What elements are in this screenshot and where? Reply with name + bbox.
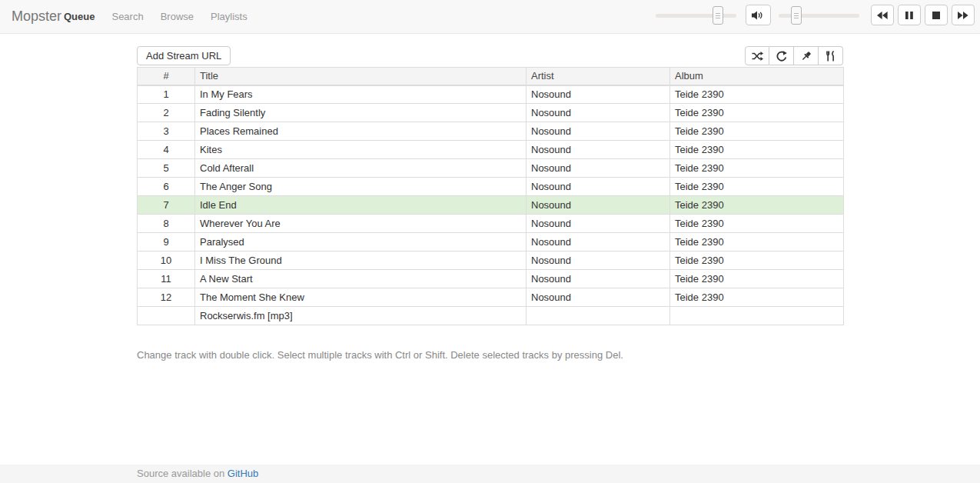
queue-track-row[interactable]: Rockserwis.fm [mp3] xyxy=(138,307,844,325)
pause-button[interactable] xyxy=(898,5,921,25)
track-artist xyxy=(527,307,670,325)
queue-track-row[interactable]: 5 Cold Afterall Nosound Teide 2390 xyxy=(138,159,844,178)
track-album: Teide 2390 xyxy=(670,288,844,307)
nav-item-search[interactable]: Search xyxy=(103,0,151,33)
track-album: Teide 2390 xyxy=(670,122,844,141)
track-artist: Nosound xyxy=(527,141,670,159)
pause-icon xyxy=(905,12,913,19)
track-title: I Miss The Ground xyxy=(195,251,527,270)
volume-slider-handle[interactable] xyxy=(713,6,723,25)
queue-track-row[interactable]: 1 In My Fears Nosound Teide 2390 xyxy=(138,85,844,104)
position-slider[interactable] xyxy=(779,14,859,18)
navbar: Mopster Queue Search Browse Playlists xyxy=(0,0,980,34)
track-title: Places Remained xyxy=(195,122,527,141)
queue-track-row[interactable]: 12 The Moment She Knew Nosound Teide 239… xyxy=(138,288,844,307)
volume-slider[interactable] xyxy=(656,14,736,18)
column-header-title: Title xyxy=(195,68,527,85)
playback-mode-group xyxy=(745,46,843,65)
single-button[interactable] xyxy=(794,46,819,65)
track-title: A New Start xyxy=(195,270,527,288)
track-number: 7 xyxy=(138,196,195,215)
track-number: 11 xyxy=(138,270,195,288)
track-artist: Nosound xyxy=(527,85,670,104)
track-number: 12 xyxy=(138,288,195,307)
queue-table: # Title Artist Album 1 In My Fears Nosou… xyxy=(137,67,844,325)
nav-item-playlists[interactable]: Playlists xyxy=(202,0,256,33)
track-title: The Moment She Knew xyxy=(195,288,527,307)
fast-forward-icon xyxy=(958,12,968,19)
track-artist: Nosound xyxy=(527,288,670,307)
track-artist: Nosound xyxy=(527,159,670,178)
track-title: In My Fears xyxy=(195,85,527,104)
track-title: Kites xyxy=(195,141,527,159)
track-number: 6 xyxy=(138,178,195,196)
track-album: Teide 2390 xyxy=(670,196,844,215)
position-slider-handle[interactable] xyxy=(791,6,802,25)
queue-track-row[interactable]: 6 The Anger Song Nosound Teide 2390 xyxy=(138,178,844,196)
track-artist: Nosound xyxy=(527,215,670,233)
rewind-icon xyxy=(877,12,888,19)
column-header-artist: Artist xyxy=(527,68,670,85)
queue-track-row[interactable]: 10 I Miss The Ground Nosound Teide 2390 xyxy=(138,251,844,270)
track-number: 5 xyxy=(138,159,195,178)
footer-source-text: Source available on xyxy=(137,468,228,479)
queue-track-row[interactable]: 8 Wherever You Are Nosound Teide 2390 xyxy=(138,215,844,233)
mute-button[interactable] xyxy=(746,5,771,25)
mopster-app: Mopster Queue Search Browse Playlists xyxy=(0,0,980,483)
nav-item-queue[interactable]: Queue xyxy=(55,0,103,33)
track-album: Teide 2390 xyxy=(670,215,844,233)
repeat-button[interactable] xyxy=(769,46,794,65)
track-album: Teide 2390 xyxy=(670,233,844,251)
track-number: 3 xyxy=(138,122,195,141)
track-title: Wherever You Are xyxy=(195,215,527,233)
track-title: Fading Silently xyxy=(195,104,527,122)
track-artist: Nosound xyxy=(527,104,670,122)
queue-track-row[interactable]: 3 Places Remained Nosound Teide 2390 xyxy=(138,122,844,141)
track-title: Paralysed xyxy=(195,233,527,251)
track-title: Idle End xyxy=(195,196,527,215)
main-nav: Queue Search Browse Playlists xyxy=(55,0,256,33)
next-button[interactable] xyxy=(952,5,975,25)
column-header-album: Album xyxy=(670,68,844,85)
queue-track-row[interactable]: 4 Kites Nosound Teide 2390 xyxy=(138,141,844,159)
queue-track-row[interactable]: 11 A New Start Nosound Teide 2390 xyxy=(138,270,844,288)
track-title: Rockserwis.fm [mp3] xyxy=(195,307,527,325)
add-stream-url-button[interactable]: Add Stream URL xyxy=(137,46,231,65)
footer: Source available on GitHub xyxy=(0,465,980,483)
track-album: Teide 2390 xyxy=(670,85,844,104)
queue-help-text: Change track with double click. Select m… xyxy=(137,350,623,361)
footer-text: Source available on GitHub xyxy=(137,465,980,483)
consume-button[interactable] xyxy=(819,46,843,65)
track-artist: Nosound xyxy=(527,233,670,251)
track-artist: Nosound xyxy=(527,178,670,196)
track-number: 10 xyxy=(138,251,195,270)
brand-logo[interactable]: Mopster xyxy=(12,0,61,33)
cutlery-icon xyxy=(826,51,835,62)
track-album: Teide 2390 xyxy=(670,141,844,159)
pushpin-icon xyxy=(801,51,812,62)
track-artist: Nosound xyxy=(527,251,670,270)
queue-track-row[interactable]: 2 Fading Silently Nosound Teide 2390 xyxy=(138,104,844,122)
track-album: Teide 2390 xyxy=(670,178,844,196)
track-number: 9 xyxy=(138,233,195,251)
stop-button[interactable] xyxy=(925,5,948,25)
track-number: 1 xyxy=(138,85,195,104)
shuffle-button[interactable] xyxy=(745,46,769,65)
track-title: Cold Afterall xyxy=(195,159,527,178)
shuffle-icon xyxy=(752,52,763,61)
nav-item-browse[interactable]: Browse xyxy=(152,0,202,33)
github-link[interactable]: GitHub xyxy=(228,468,258,479)
track-number: 8 xyxy=(138,215,195,233)
track-title: The Anger Song xyxy=(195,178,527,196)
stop-icon xyxy=(932,12,940,19)
track-album xyxy=(670,307,844,325)
queue-track-row[interactable]: 9 Paralysed Nosound Teide 2390 xyxy=(138,233,844,251)
queue-track-row[interactable]: 7 Idle End Nosound Teide 2390 xyxy=(138,196,844,215)
previous-button[interactable] xyxy=(871,5,894,25)
column-header-num: # xyxy=(138,68,195,85)
queue-table-header: # Title Artist Album xyxy=(138,68,844,85)
slider-grip xyxy=(716,15,720,16)
track-number: 4 xyxy=(138,141,195,159)
track-album: Teide 2390 xyxy=(670,104,844,122)
speaker-icon xyxy=(752,11,765,20)
